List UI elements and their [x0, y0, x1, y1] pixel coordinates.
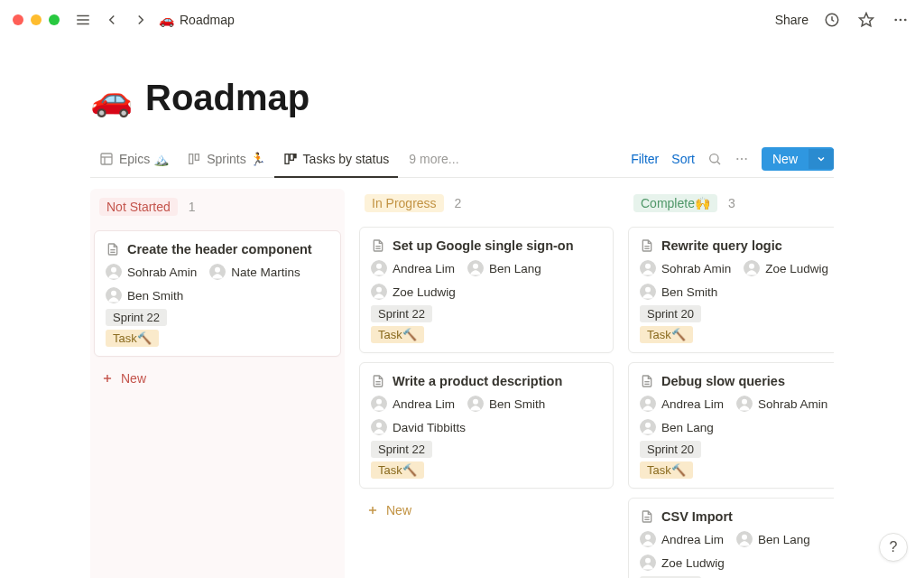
svg-point-42 [376, 399, 382, 405]
status-pill[interactable]: In Progress [365, 194, 444, 212]
tab-label: Tasks by status [303, 152, 390, 166]
sprint-chip[interactable]: Sprint 22 [371, 441, 432, 458]
avatar-icon [371, 419, 387, 435]
sprint-chip[interactable]: Sprint 20 [640, 305, 701, 322]
column-header[interactable]: Complete🙌3 [628, 189, 834, 218]
column-header[interactable]: In Progress2 [359, 189, 614, 218]
tab-sprints[interactable]: Sprints 🏃 [178, 140, 273, 177]
page-title-text[interactable]: Roadmap [145, 78, 310, 118]
avatar-icon [744, 260, 760, 276]
card-title: Rewrite query logic [661, 238, 782, 253]
forward-icon[interactable] [130, 9, 152, 31]
breadcrumb-title: Roadmap [180, 13, 235, 27]
assignee-list: Andrea LimBen LangZoe Ludwig [371, 260, 602, 300]
assignee: Sohrab Amin [640, 260, 731, 276]
avatar-icon [640, 531, 656, 547]
assignee: David Tibbitts [371, 419, 466, 435]
page-icon [640, 509, 654, 524]
add-card-button[interactable]: New [94, 366, 341, 391]
svg-point-68 [645, 535, 651, 540]
chevron-down-icon[interactable] [808, 149, 834, 169]
card[interactable]: CSV ImportAndrea LimBen LangZoe LudwigSp… [628, 498, 834, 578]
tag-list: Task🔨 [640, 461, 834, 479]
help-button[interactable]: ? [879, 533, 908, 562]
star-icon[interactable] [855, 9, 877, 31]
avatar-icon [371, 284, 387, 300]
page-content: 🚗 Roadmap Epics 🏔️ Sprints 🏃 Tasks by st… [0, 40, 924, 578]
add-card-label: New [386, 503, 411, 517]
card[interactable]: Rewrite query logicSohrab AminZoe Ludwig… [628, 227, 834, 353]
svg-point-70 [742, 535, 747, 540]
tab-epics[interactable]: Epics 🏔️ [90, 140, 178, 177]
tag-list: Task🔨 [371, 326, 602, 343]
page-icon [106, 242, 120, 256]
assignee: Zoe Ludwig [371, 284, 456, 300]
svg-rect-8 [101, 154, 112, 164]
assignee-name: Nate Martins [231, 266, 300, 279]
status-pill[interactable]: Not Started [99, 198, 178, 216]
card[interactable]: Create the header componentSohrab AminNa… [94, 230, 341, 357]
assignee-name: Zoe Ludwig [393, 285, 456, 299]
close-window-icon[interactable] [13, 14, 23, 25]
page-emoji[interactable]: 🚗 [90, 79, 133, 118]
page-icon [640, 238, 654, 253]
card-title: Write a product description [393, 374, 562, 388]
search-icon[interactable] [707, 152, 722, 166]
column-count: 3 [728, 196, 735, 210]
tab-more-views[interactable]: 9 more... [398, 140, 467, 177]
sprint-chip[interactable]: Sprint 22 [106, 309, 167, 326]
view-more-icon[interactable] [735, 152, 749, 166]
sprint-chip[interactable]: Sprint 22 [371, 305, 432, 322]
svg-point-46 [376, 423, 382, 428]
back-icon[interactable] [101, 9, 123, 31]
svg-point-28 [111, 291, 116, 296]
sort-button[interactable]: Sort [671, 152, 695, 166]
column-header[interactable]: Not Started1 [94, 192, 341, 221]
more-icon[interactable] [890, 9, 911, 31]
tab-tasks-by-status[interactable]: Tasks by status [274, 140, 399, 177]
fullscreen-window-icon[interactable] [49, 14, 60, 25]
avatar-icon [640, 396, 656, 412]
svg-point-18 [736, 157, 738, 159]
card[interactable]: Set up Google single sign-onAndrea LimBe… [359, 227, 614, 353]
add-card-label: New [121, 371, 146, 386]
filter-button[interactable]: Filter [631, 152, 659, 166]
clock-icon[interactable] [821, 9, 843, 31]
svg-point-52 [645, 264, 651, 269]
page-title: 🚗 Roadmap [90, 78, 834, 118]
type-chip[interactable]: Task🔨 [640, 326, 693, 343]
page-icon [640, 374, 654, 388]
page-icon [371, 374, 385, 388]
svg-point-34 [376, 264, 382, 269]
assignee-name: Ben Lang [489, 262, 541, 275]
svg-rect-15 [294, 154, 295, 157]
breadcrumb[interactable]: 🚗 Roadmap [159, 13, 235, 27]
type-chip[interactable]: Task🔨 [371, 326, 424, 343]
assignee-name: Ben Lang [758, 533, 810, 546]
avatar-icon [640, 419, 656, 435]
assignee-name: Ben Lang [661, 421, 714, 434]
svg-point-44 [473, 399, 478, 405]
new-button-label: New [762, 147, 808, 171]
status-pill[interactable]: Complete🙌 [633, 194, 717, 212]
assignee: Andrea Lim [640, 396, 724, 412]
card-title-row: Create the header component [106, 242, 329, 256]
minimize-window-icon[interactable] [31, 14, 42, 25]
card[interactable]: Write a product descriptionAndrea LimBen… [359, 362, 614, 489]
svg-rect-12 [195, 154, 199, 160]
assignee-list: Sohrab AminZoe LudwigBen Smith [640, 260, 834, 300]
type-chip[interactable]: Task🔨 [640, 461, 693, 479]
type-chip[interactable]: Task🔨 [106, 330, 159, 347]
share-button[interactable]: Share [775, 13, 808, 27]
add-card-button[interactable]: New [359, 498, 614, 523]
card[interactable]: Debug slow queriesAndrea LimSohrab AminB… [628, 362, 834, 489]
tag-list: Sprint 22 [371, 305, 602, 322]
avatar-icon [467, 260, 484, 276]
tab-label: Sprints 🏃 [207, 152, 264, 166]
sprint-chip[interactable]: Sprint 20 [640, 441, 701, 458]
hamburger-icon[interactable] [72, 9, 94, 31]
assignee-list: Sohrab AminNate MartinsBen Smith [106, 264, 329, 303]
type-chip[interactable]: Task🔨 [371, 461, 424, 479]
new-button[interactable]: New [762, 147, 834, 171]
avatar-icon [106, 264, 122, 280]
